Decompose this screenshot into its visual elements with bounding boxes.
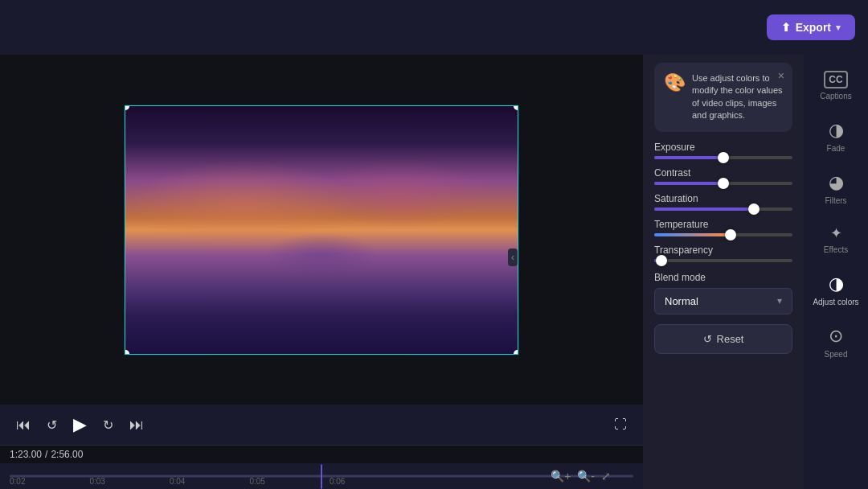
preview-area: ⏮ ↺ ▶ ↻ ⏭ ⛶ (0, 55, 643, 489)
adjust-colors-icon: ◑ (829, 273, 844, 294)
export-button[interactable]: ⬆ Export ▾ (767, 14, 855, 40)
contrast-slider[interactable] (654, 182, 792, 185)
exposure-fill (654, 156, 723, 159)
reset-icon: ↺ (703, 333, 712, 345)
sidebar-label-fade: Fade (827, 144, 845, 153)
transparency-label: Transparency (654, 244, 792, 256)
speed-icon: ⊙ (829, 326, 843, 347)
blend-mode-label: Blend mode (654, 272, 792, 283)
timeline: 1:23.00 / 2:56.00 0:02 0:03 0:04 0:05 0:… (0, 445, 643, 489)
transparency-slider[interactable] (654, 259, 792, 262)
sky-overlay (125, 106, 518, 354)
sidebar-label-effects: Effects (824, 245, 848, 254)
export-icon: ⬆ (781, 21, 791, 34)
saturation-fill (654, 208, 754, 211)
saturation-label: Saturation (654, 193, 792, 204)
reset-button[interactable]: ↺ Reset (654, 324, 792, 354)
sidebar-item-captions[interactable]: CC Captions (808, 63, 864, 109)
blend-mode-select[interactable]: Normal ▾ (654, 288, 792, 314)
temperature-label: Temperature (654, 219, 792, 230)
timeline-time: 1:23.00 / 2:56.00 (0, 446, 643, 463)
saturation-slider[interactable] (654, 208, 792, 211)
current-time: 1:23.00 (10, 449, 42, 460)
handle-top-right[interactable] (514, 105, 518, 110)
exposure-thumb[interactable] (718, 152, 729, 163)
contrast-fill (654, 182, 723, 185)
ruler-mark: 0:03 (89, 477, 104, 486)
contrast-label: Contrast (654, 167, 792, 179)
blend-chevron-icon: ▾ (777, 295, 782, 306)
transparency-row: Transparency (654, 244, 792, 262)
blend-section: Blend mode Normal ▾ (654, 272, 792, 314)
playback-controls: ⏮ ↺ ▶ ↻ ⏭ ⛶ (0, 405, 643, 445)
tooltip-card: 🎨 Use adjust colors to modify the color … (654, 63, 792, 132)
timeline-ruler: 0:02 0:03 0:04 0:05 0:06 (0, 477, 643, 486)
panel-collapse-button[interactable]: ‹ (508, 249, 518, 266)
exposure-slider[interactable] (654, 156, 792, 159)
ruler-mark: 0:06 (330, 477, 345, 486)
tooltip-text: Use adjust colors to modify the color va… (692, 72, 783, 122)
skip-back-icon: ⏮ (16, 417, 31, 434)
total-time: 2:56.00 (51, 449, 83, 460)
play-icon: ▶ (73, 414, 87, 435)
sidebar-item-fade[interactable]: ◑ Fade (808, 112, 864, 161)
temperature-slider[interactable] (654, 233, 792, 236)
temperature-row: Temperature (654, 219, 792, 236)
sidebar-label-speed: Speed (825, 350, 848, 359)
zoom-fit-button[interactable]: ⤢ (601, 470, 611, 483)
sidebar-item-speed[interactable]: ⊙ Speed (808, 318, 864, 367)
zoom-out-button[interactable]: 🔍- (577, 470, 595, 483)
contrast-row: Contrast (654, 167, 792, 185)
blend-mode-value: Normal (665, 295, 698, 307)
rewind-button[interactable]: ↺ (47, 417, 57, 433)
video-frame (0, 55, 643, 405)
effects-icon: ✦ (830, 224, 842, 242)
captions-icon: CC (824, 71, 847, 88)
timeline-bar[interactable]: 0:02 0:03 0:04 0:05 0:06 🔍+ 🔍- ⤢ (0, 463, 643, 489)
saturation-row: Saturation (654, 193, 792, 211)
properties-panel: 🎨 Use adjust colors to modify the color … (643, 55, 804, 489)
tooltip-emoji: 🎨 (664, 72, 686, 93)
sidebar-item-effects[interactable]: ✦ Effects (808, 216, 864, 262)
content-area: ⏮ ↺ ▶ ↻ ⏭ ⛶ (0, 55, 868, 489)
temperature-fill (654, 233, 731, 236)
saturation-thumb[interactable] (748, 203, 760, 215)
sidebar-item-filters[interactable]: ◕ Filters (808, 164, 864, 213)
forward-button[interactable]: ↻ (103, 417, 113, 433)
sidebar-label-filters: Filters (825, 196, 846, 205)
transparency-thumb[interactable] (656, 255, 667, 266)
fullscreen-icon: ⛶ (614, 417, 627, 431)
tooltip-close-button[interactable]: × (778, 69, 784, 82)
fade-icon: ◑ (829, 120, 844, 141)
zoom-in-button[interactable]: 🔍+ (551, 470, 571, 483)
export-chevron-icon: ▾ (836, 23, 841, 33)
sidebar-label-adjust-colors: Adjust colors (813, 298, 858, 306)
skip-back-button[interactable]: ⏮ (16, 417, 31, 434)
right-sidebar: CC Captions ◑ Fade ◕ Filters ✦ Effects ◑… (804, 55, 868, 489)
reset-label: Reset (717, 333, 744, 345)
skip-forward-button[interactable]: ⏭ (129, 417, 144, 434)
top-bar: ⬆ Export ▾ (0, 0, 868, 55)
sidebar-item-adjust-colors[interactable]: ◑ Adjust colors (808, 265, 864, 314)
fullscreen-button[interactable]: ⛶ (614, 417, 627, 432)
sliders-group: Exposure Contrast Saturation (654, 142, 792, 262)
filters-icon: ◕ (829, 172, 844, 193)
ruler-mark: 0:04 (170, 477, 185, 486)
exposure-row: Exposure (654, 142, 792, 159)
video-thumbnail (125, 105, 518, 355)
contrast-thumb[interactable] (718, 178, 729, 189)
skip-forward-icon: ⏭ (129, 417, 144, 434)
temperature-thumb[interactable] (725, 229, 736, 240)
zoom-controls: 🔍+ 🔍- ⤢ (551, 470, 611, 483)
ruler-mark: 0:02 (10, 477, 25, 486)
ruler-mark: 0:05 (249, 477, 264, 486)
export-label: Export (796, 21, 831, 34)
sidebar-label-captions: Captions (820, 92, 851, 101)
rewind-icon: ↺ (47, 417, 57, 433)
forward-icon: ↻ (103, 417, 113, 433)
play-button[interactable]: ▶ (73, 414, 87, 435)
handle-bottom-right[interactable] (514, 350, 518, 355)
exposure-label: Exposure (654, 142, 792, 153)
